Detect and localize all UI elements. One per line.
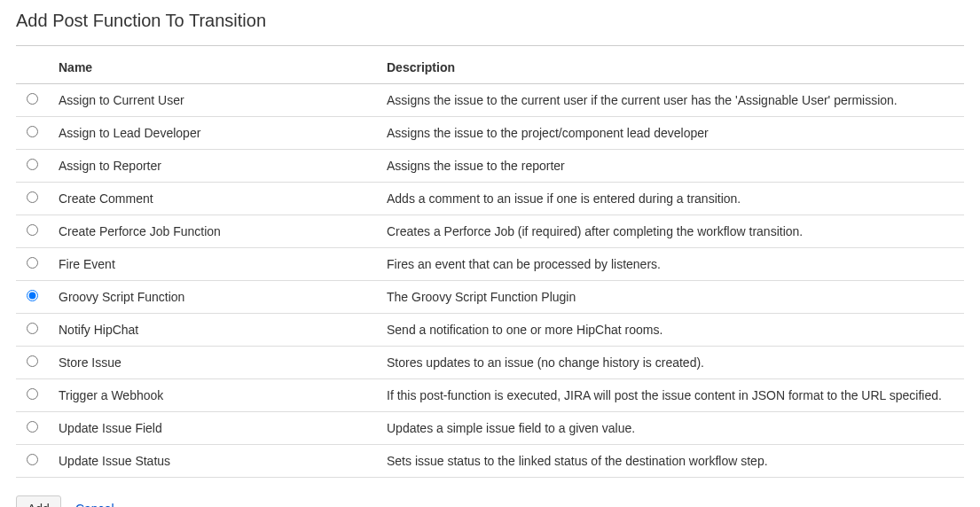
table-row: Assign to Lead DeveloperAssigns the issu… [16, 117, 964, 150]
post-function-table: Name Description Assign to Current UserA… [16, 50, 964, 478]
post-function-radio[interactable] [27, 126, 38, 137]
radio-cell [16, 445, 51, 478]
table-row: Fire EventFires an event that can be pro… [16, 248, 964, 281]
table-row: Update Issue FieldUpdates a simple issue… [16, 412, 964, 445]
name-cell: Assign to Lead Developer [51, 117, 380, 150]
post-function-radio[interactable] [27, 191, 38, 203]
description-cell: Sets issue status to the linked status o… [380, 445, 964, 478]
table-row: Notify HipChatSend a notification to one… [16, 314, 964, 347]
name-cell: Update Issue Field [51, 412, 380, 445]
radio-cell [16, 281, 51, 314]
add-button[interactable]: Add [16, 495, 61, 507]
description-cell: Assigns the issue to the reporter [380, 150, 964, 183]
table-row: Groovy Script FunctionThe Groovy Script … [16, 281, 964, 314]
title-divider [16, 45, 964, 46]
header-radio-col [16, 50, 51, 84]
post-function-radio[interactable] [27, 257, 38, 269]
radio-cell [16, 379, 51, 412]
header-description: Description [380, 50, 964, 84]
name-cell: Create Comment [51, 183, 380, 215]
post-function-radio[interactable] [27, 355, 38, 367]
table-row: Create CommentAdds a comment to an issue… [16, 183, 964, 215]
table-row: Update Issue StatusSets issue status to … [16, 445, 964, 478]
name-cell: Assign to Reporter [51, 150, 380, 183]
post-function-radio[interactable] [27, 323, 38, 334]
description-cell: Assigns the issue to the project/compone… [380, 117, 964, 150]
radio-cell [16, 84, 51, 117]
radio-cell [16, 412, 51, 445]
post-function-radio[interactable] [27, 290, 38, 301]
radio-cell [16, 150, 51, 183]
cancel-link[interactable]: Cancel [75, 502, 114, 507]
post-function-radio[interactable] [27, 421, 38, 433]
description-cell: Fires an event that can be processed by … [380, 248, 964, 281]
description-cell: The Groovy Script Function Plugin [380, 281, 964, 314]
table-row: Assign to ReporterAssigns the issue to t… [16, 150, 964, 183]
name-cell: Create Perforce Job Function [51, 215, 380, 248]
radio-cell [16, 117, 51, 150]
name-cell: Notify HipChat [51, 314, 380, 347]
name-cell: Assign to Current User [51, 84, 380, 117]
table-row: Create Perforce Job FunctionCreates a Pe… [16, 215, 964, 248]
table-row: Store IssueStores updates to an issue (n… [16, 347, 964, 379]
name-cell: Update Issue Status [51, 445, 380, 478]
description-cell: Stores updates to an issue (no change hi… [380, 347, 964, 379]
name-cell: Groovy Script Function [51, 281, 380, 314]
post-function-radio[interactable] [27, 454, 38, 465]
description-cell: Updates a simple issue field to a given … [380, 412, 964, 445]
description-cell: Send a notification to one or more HipCh… [380, 314, 964, 347]
table-row: Trigger a WebhookIf this post-function i… [16, 379, 964, 412]
radio-cell [16, 215, 51, 248]
header-name: Name [51, 50, 380, 84]
action-bar: Add Cancel [16, 495, 964, 507]
radio-cell [16, 314, 51, 347]
table-row: Assign to Current UserAssigns the issue … [16, 84, 964, 117]
radio-cell [16, 248, 51, 281]
description-cell: Adds a comment to an issue if one is ent… [380, 183, 964, 215]
description-cell: Assigns the issue to the current user if… [380, 84, 964, 117]
name-cell: Fire Event [51, 248, 380, 281]
radio-cell [16, 183, 51, 215]
description-cell: Creates a Perforce Job (if required) aft… [380, 215, 964, 248]
description-cell: If this post-function is executed, JIRA … [380, 379, 964, 412]
page-title: Add Post Function To Transition [16, 11, 964, 38]
post-function-radio[interactable] [27, 224, 38, 236]
radio-cell [16, 347, 51, 379]
name-cell: Trigger a Webhook [51, 379, 380, 412]
post-function-radio[interactable] [27, 93, 38, 105]
name-cell: Store Issue [51, 347, 380, 379]
post-function-radio[interactable] [27, 388, 38, 400]
post-function-radio[interactable] [27, 159, 38, 170]
